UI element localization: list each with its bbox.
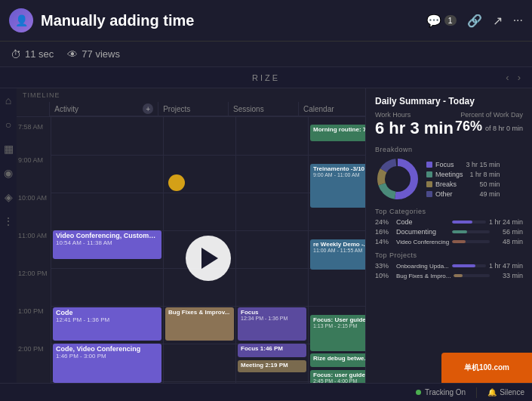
session-focus1[interactable]: Focus 12:34 PM - 1:36 PM xyxy=(238,307,306,341)
proj-bug-fixes: 10% Bug Fixes & Impro... 33 min xyxy=(375,272,523,279)
divider xyxy=(476,387,477,398)
duration-item: ⏱ 11 sec xyxy=(11,48,54,60)
top-bar: 👤 Manually adding time 💬 1 🔗 ↗ ··· xyxy=(0,0,532,42)
donut-chart xyxy=(375,156,420,202)
sub-bar: ⏱ 11 sec 👁 77 views xyxy=(0,42,532,67)
legend-breaks: Breaks 50 min xyxy=(426,180,500,188)
top-projects-label: Top Projects xyxy=(375,251,523,259)
settings-sidebar-icon[interactable]: ⋮ xyxy=(3,215,14,227)
cat-code: 24% Code 1 hr 24 min xyxy=(375,218,523,226)
top-right-actions: 💬 1 🔗 ↗ ··· xyxy=(426,14,523,28)
clock-sidebar-icon[interactable]: ○ xyxy=(5,119,11,131)
bottom-bar: Tracking On 🔔 Silence xyxy=(0,383,532,401)
cat-documenting: 16% Documenting 56 min xyxy=(375,228,523,236)
clock-icon: ⏱ xyxy=(11,48,21,60)
activity-block-code1[interactable]: Code 12:41 PM - 1:36 PM xyxy=(53,307,161,341)
time-100: 1:00 PM xyxy=(18,307,44,315)
cal-morning[interactable]: Morning routine: 7:... xyxy=(310,125,365,141)
breakdown-legend: Focus 3 hr 15 min Meetings 1 hr 8 min Br… xyxy=(426,161,500,198)
home-icon[interactable]: ⌂ xyxy=(5,94,11,106)
activity-block-video[interactable]: Video Conferencing, Customer Support 10:… xyxy=(53,230,161,259)
silence-label: Silence xyxy=(500,388,524,396)
play-button[interactable] xyxy=(186,236,231,281)
percent-label: Percent of Work Day xyxy=(455,111,523,119)
tracking-status: Tracking On xyxy=(416,388,466,396)
silence-icon: 🔔 xyxy=(487,388,497,396)
add-activity-button[interactable]: + xyxy=(143,103,153,114)
percent-value: 76% xyxy=(455,119,482,134)
work-hours-value: 6 hr 3 min xyxy=(375,119,454,138)
time-1200: 12:00 PM xyxy=(18,270,48,277)
share-button[interactable]: ↗ xyxy=(493,14,503,28)
time-1000: 10:00 AM xyxy=(18,194,47,202)
tracking-dot xyxy=(416,390,421,395)
work-hours-label: Work Hours xyxy=(375,111,454,119)
summary-title: Daily Summary - Today xyxy=(375,96,523,106)
time-900: 9:00 AM xyxy=(18,156,43,164)
tag-sidebar-icon[interactable]: ◈ xyxy=(5,191,13,203)
views-value: 77 views xyxy=(81,48,120,60)
cal-weekly-demo[interactable]: re Weekly Demo -... 11:00 AM - 11:55 AM xyxy=(310,239,365,270)
cal-treinamento[interactable]: Treinamento -3/10 9:00 AM - 11:00 AM xyxy=(310,164,365,208)
more-icon: ··· xyxy=(513,14,523,27)
link-button[interactable]: 🔗 xyxy=(467,14,482,28)
left-sidebar: ⌂ ○ ▦ ◉ ◈ ⋮ xyxy=(0,88,17,360)
comment-count: 1 xyxy=(444,15,457,26)
calendar-sidebar-icon[interactable]: ▦ xyxy=(4,143,14,155)
avatar: 👤 xyxy=(9,8,33,32)
time-1100: 11:00 AM xyxy=(18,232,47,239)
cat-video-conf: 14% Video Conferencing 48 min xyxy=(375,238,523,245)
sessions-col-header: Sessions xyxy=(229,102,299,116)
activity-block-code-video[interactable]: Code, Video Conferencing 1:46 PM - 3:00 … xyxy=(53,344,161,383)
page-title: Manually adding time xyxy=(41,12,194,29)
cal-rize-debug[interactable]: Rize debug betwe... xyxy=(310,353,365,367)
eye-icon: 👁 xyxy=(67,48,78,60)
legend-meetings: Meetings 1 hr 8 min xyxy=(426,171,500,178)
svg-point-4 xyxy=(386,167,410,191)
donut-area: Focus 3 hr 15 min Meetings 1 hr 8 min Br… xyxy=(375,156,523,202)
nav-arrows: ‹ › xyxy=(506,72,523,83)
timeline-panel: TIMELINE Activity + Projects Sessions Ca… xyxy=(17,88,366,401)
time-758: 7:58 AM xyxy=(18,123,43,131)
session-meeting1[interactable]: Meeting 2:19 PM xyxy=(238,360,306,372)
views-item: 👁 77 views xyxy=(67,48,120,60)
comment-button[interactable]: 💬 1 xyxy=(426,14,457,28)
play-icon xyxy=(201,248,218,269)
projects-col-header: Projects xyxy=(158,102,229,116)
nav-back-icon[interactable]: ‹ xyxy=(506,72,511,83)
top-categories-label: Top Categories xyxy=(375,208,523,215)
comment-icon: 💬 xyxy=(426,14,441,28)
app-header: RIZE ‹ › xyxy=(0,67,532,88)
calendar-col-header: Calendar xyxy=(299,102,365,116)
duration-value: 11 sec xyxy=(25,48,54,60)
cal-focus-guide1[interactable]: Focus: User guide 1:13 PM - 2:15 PM xyxy=(310,315,365,351)
chart-sidebar-icon[interactable]: ◉ xyxy=(4,167,13,179)
legend-focus: Focus 3 hr 15 min xyxy=(426,161,500,168)
cursor-indicator xyxy=(168,174,185,191)
app-name: RIZE xyxy=(252,73,280,82)
timeline-label: TIMELINE xyxy=(17,88,365,102)
session-focus2[interactable]: Focus 1:46 PM xyxy=(238,344,306,357)
summary-header-row: Work Hours 6 hr 3 min Percent of Work Da… xyxy=(375,111,523,140)
nav-forward-icon[interactable]: › xyxy=(518,72,523,83)
more-button[interactable]: ··· xyxy=(513,14,523,27)
time-200: 2:00 PM xyxy=(18,345,44,353)
share-icon: ↗ xyxy=(493,14,503,28)
link-icon: 🔗 xyxy=(467,14,482,28)
activity-col-header: Activity + xyxy=(50,102,158,116)
percent-sub: of 8 hr 0 min xyxy=(485,125,523,132)
legend-other: Other 49 min xyxy=(426,190,500,198)
proj-onboarding: 33% Onboarding Upda... 1 hr 47 min xyxy=(375,262,523,270)
tracking-label: Tracking On xyxy=(425,388,466,396)
watermark: 单机100.com xyxy=(441,353,532,383)
breakdown-label: Breakdown xyxy=(375,146,523,153)
project-bug-fixes[interactable]: Bug Fixes & Improv... xyxy=(165,307,234,341)
silence-button[interactable]: 🔔 Silence xyxy=(487,388,524,396)
